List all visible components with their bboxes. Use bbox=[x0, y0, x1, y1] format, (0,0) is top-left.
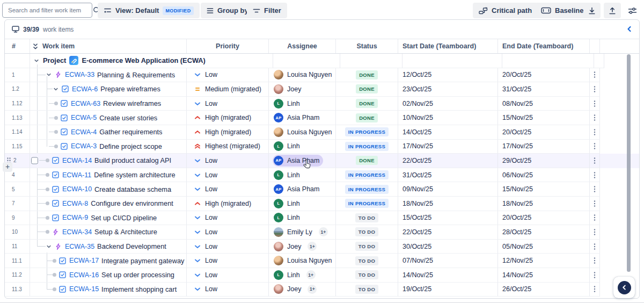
assignee-chip[interactable]: Joey bbox=[273, 83, 305, 95]
table-row[interactable]: 2ECWA-14Build product catalog APILowAPAs… bbox=[5, 154, 639, 168]
row-menu-button[interactable] bbox=[590, 68, 600, 83]
work-item-cell[interactable]: ECWA-4Gather requirements bbox=[30, 125, 187, 140]
table-row[interactable]: 11.2ECWA-16Set up order processingLowLLi… bbox=[5, 268, 639, 283]
priority-cell[interactable]: Low bbox=[187, 268, 269, 283]
row-menu-button[interactable] bbox=[590, 154, 600, 168]
assignee-chip[interactable]: LLinh bbox=[273, 212, 304, 223]
priority-cell[interactable]: Low bbox=[187, 211, 269, 226]
table-row[interactable]: 1.14ECWA-4Gather requirementsHigh (migra… bbox=[5, 125, 639, 140]
status-cell[interactable]: DONE bbox=[336, 68, 398, 83]
priority-cell[interactable]: Highest (migrated) bbox=[187, 140, 269, 154]
work-item-cell[interactable]: ECWA-14Build product catalog API bbox=[30, 154, 187, 168]
end-date-cell[interactable]: 17/Nov/25 bbox=[498, 140, 590, 154]
row-menu-button[interactable] bbox=[590, 254, 600, 268]
end-date-cell[interactable]: 31/Oct/25 bbox=[498, 82, 590, 97]
work-item-cell[interactable]: ECWA-16Set up order processing bbox=[30, 268, 187, 283]
start-date-cell[interactable]: 23/Oct/25 bbox=[398, 82, 498, 97]
status-cell[interactable]: TO DO bbox=[336, 254, 398, 268]
row-menu-button[interactable] bbox=[590, 211, 600, 226]
work-item-key[interactable]: ECWA-34 bbox=[62, 228, 92, 236]
assignee-chip[interactable]: LLinh bbox=[273, 169, 304, 181]
assignee-chip[interactable]: Louisa Nguyen bbox=[273, 69, 335, 81]
table-row[interactable]: 10ECWA-34Setup & ArchitectureLowEmily Ly… bbox=[5, 225, 639, 240]
table-row[interactable]: 1ECWA-33Planning & RequirementsLowLouisa… bbox=[5, 68, 639, 83]
table-row[interactable]: 1.13ECWA-5Create user storiesHigh (migra… bbox=[5, 111, 639, 125]
assignee-chip[interactable]: APAsia Pham bbox=[273, 112, 323, 124]
filter-button[interactable]: Filter bbox=[247, 3, 287, 18]
assignee-chip[interactable]: LLinh bbox=[273, 269, 304, 281]
priority-cell[interactable]: Low bbox=[187, 182, 269, 197]
row-menu-button[interactable] bbox=[590, 111, 600, 125]
row-menu-button[interactable] bbox=[590, 82, 600, 97]
assignee-cell[interactable]: Louisa Nguyen1+ bbox=[269, 254, 336, 268]
assignee-chip[interactable]: APAsia Pham bbox=[273, 183, 323, 195]
end-date-cell[interactable]: 15/Nov/25 bbox=[498, 111, 590, 125]
header-status[interactable]: Status bbox=[336, 39, 398, 53]
row-expander-icon[interactable] bbox=[53, 86, 59, 92]
assignee-chip[interactable]: LLinh bbox=[273, 98, 304, 110]
work-item-cell[interactable]: ECWA-5Create user stories bbox=[30, 111, 187, 125]
start-date-cell[interactable]: 30/Oct/25 bbox=[398, 240, 498, 254]
table-row[interactable]: 7ECWA-8Configure dev environmentHigh (mi… bbox=[5, 197, 639, 211]
status-cell[interactable]: TO DO bbox=[336, 268, 398, 283]
work-item-key[interactable]: ECWA-5 bbox=[71, 114, 97, 121]
status-cell[interactable]: IN PROGRESS bbox=[336, 125, 398, 140]
assignee-chip[interactable]: APAsia Pham bbox=[273, 155, 323, 167]
table-row[interactable]: 1.15ECWA-3Define project scopeHighest (m… bbox=[5, 140, 639, 154]
end-date-cell[interactable]: 05/Nov/25 bbox=[498, 240, 590, 254]
start-date-cell[interactable]: 19/Oct/25 bbox=[398, 283, 498, 297]
work-item-key[interactable]: ECWA-11 bbox=[62, 171, 91, 179]
header-end-date[interactable]: End Date (Teamboard) bbox=[498, 39, 590, 53]
work-item-key[interactable]: ECWA-63 bbox=[71, 100, 100, 107]
end-date-cell[interactable]: 20/Oct/25 bbox=[498, 211, 590, 226]
assignee-cell[interactable]: LLinh1+ bbox=[269, 268, 336, 283]
row-menu-button[interactable] bbox=[590, 140, 600, 154]
start-date-cell[interactable]: 07/Nov/25 bbox=[398, 254, 498, 268]
status-cell[interactable]: TO DO bbox=[336, 211, 398, 226]
work-item-cell[interactable]: ECWA-63Review wireframes bbox=[30, 97, 187, 111]
priority-cell[interactable]: Low bbox=[187, 240, 269, 254]
work-item-cell[interactable]: ECWA-15Implement shopping cart bbox=[30, 283, 187, 297]
status-cell[interactable]: TO DO bbox=[336, 283, 398, 297]
table-row[interactable]: 1.12ECWA-63Review wireframesLowLLinhDONE… bbox=[5, 97, 639, 111]
row-checkbox[interactable] bbox=[31, 157, 38, 164]
baseline-button[interactable]: Baseline bbox=[535, 3, 589, 18]
row-menu-button[interactable] bbox=[590, 125, 600, 140]
start-date-cell[interactable]: 12/Oct/25 bbox=[398, 68, 498, 83]
start-date-cell[interactable]: 18/Nov/25 bbox=[398, 197, 498, 211]
priority-cell[interactable]: High (migrated) bbox=[187, 111, 269, 125]
assignee-cell[interactable]: LLinh bbox=[269, 211, 336, 226]
end-date-cell[interactable]: 06/Nov/25 bbox=[498, 168, 590, 183]
row-menu-button[interactable] bbox=[590, 268, 600, 283]
end-date-cell[interactable]: 29/Oct/25 bbox=[498, 154, 590, 168]
assignee-cell[interactable]: APAsia Pham bbox=[269, 182, 336, 197]
table-row[interactable]: 11.3ECWA-15Implement shopping cartLowJoe… bbox=[5, 283, 639, 297]
end-date-cell[interactable]: 18/Nov/25 bbox=[498, 197, 590, 211]
row-menu-button[interactable] bbox=[590, 97, 600, 111]
assignee-cell[interactable]: Joey1+ bbox=[269, 240, 336, 254]
work-item-key[interactable]: ECWA-17 bbox=[69, 257, 99, 264]
row-menu-button[interactable] bbox=[590, 197, 600, 211]
end-date-cell[interactable]: 15/Nov/25 bbox=[498, 182, 590, 197]
priority-cell[interactable]: Low bbox=[187, 168, 269, 183]
assignee-cell[interactable]: APAsia Pham bbox=[269, 154, 336, 168]
row-menu-button[interactable] bbox=[590, 182, 600, 197]
header-priority[interactable]: Priority bbox=[187, 39, 269, 53]
end-date-cell[interactable]: 20/Oct/25 bbox=[498, 125, 590, 140]
status-cell[interactable]: IN PROGRESS bbox=[336, 182, 398, 197]
work-item-key[interactable]: ECWA-3 bbox=[71, 142, 97, 150]
end-date-cell[interactable]: 26/Oct/25 bbox=[498, 283, 590, 297]
table-row[interactable]: 5ECWA-10Create database schemaLowAPAsia … bbox=[5, 182, 639, 197]
work-item-key[interactable]: ECWA-14 bbox=[62, 157, 92, 164]
work-item-key[interactable]: ECWA-8 bbox=[62, 200, 88, 207]
download-button[interactable] bbox=[583, 3, 601, 18]
priority-cell[interactable]: Low bbox=[187, 68, 269, 83]
row-menu-button[interactable] bbox=[590, 225, 600, 240]
status-cell[interactable]: DONE bbox=[336, 97, 398, 111]
row-expander-icon[interactable] bbox=[46, 71, 52, 78]
status-cell[interactable]: DONE bbox=[336, 154, 398, 168]
start-date-cell[interactable]: 22/Oct/25 bbox=[398, 154, 498, 168]
work-item-cell[interactable]: ECWA-34Setup & Architecture bbox=[30, 225, 187, 240]
project-row[interactable]: Project E-commerce Web Application (ECWA… bbox=[5, 54, 639, 68]
status-cell[interactable]: DONE bbox=[336, 82, 398, 97]
